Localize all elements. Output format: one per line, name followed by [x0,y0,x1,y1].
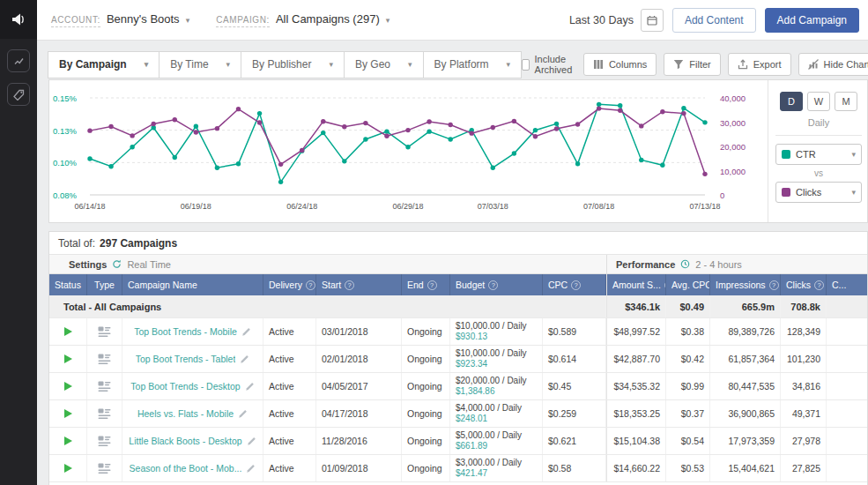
edit-icon[interactable] [245,382,255,392]
export-icon [738,59,748,70]
sidebar-item-campaigns[interactable] [7,83,30,106]
granularity-m-button[interactable]: M [835,92,857,111]
column-header-avg-cpc[interactable]: Avg. CPC? [666,274,710,295]
campaign-name-cell: Season of the Boot - Mob... [122,455,263,481]
column-header-delivery[interactable]: Delivery? [263,274,316,295]
delivery-cell: Active [263,428,316,454]
total-amount-spent: $346.1k [606,295,666,317]
tab-by-campaign[interactable]: By Campaign▾ [48,51,160,78]
info-icon[interactable]: ? [345,280,354,290]
budget-cell: $5,000.00 / Daily $661.89 [450,428,543,454]
account-selector[interactable]: ACCOUNT: Benny's Boots ▾ [51,12,189,27]
column-header-start[interactable]: Start? [316,274,402,295]
sidebar-item-reports[interactable] [7,49,30,72]
column-header-status[interactable]: Status [49,274,87,295]
granularity-d-button[interactable]: D [780,92,803,111]
column-header-budget[interactable]: Budget? [450,274,543,295]
play-icon[interactable] [64,354,72,363]
column-header-impressions[interactable]: Impressions? [710,274,781,295]
chevron-down-icon: ▾ [186,16,190,25]
filter-button[interactable]: Filter [664,53,720,76]
info-icon[interactable]: ? [814,280,824,290]
logo-icon [10,11,27,28]
edit-icon[interactable] [240,354,249,364]
table-body: Top Boot Trends - Mobile Active 03/01/20… [49,318,867,482]
delivery-cell: Active [263,346,316,372]
budget-value: $20,000.00 / Daily [456,376,527,387]
column-header-cpc[interactable]: CPC? [543,274,606,295]
column-header-campaign-name[interactable]: Campaign Name [122,274,263,295]
budget-cell: $4,000.00 / Daily $248.01 [450,400,543,427]
tab-label: By Geo [355,58,390,71]
total-avg-cpc: $0.49 [666,295,710,317]
campaign-name-link[interactable]: Season of the Boot - Mob... [130,463,242,474]
campaign-name-cell: Top Boot Trends - Mobile [122,318,263,345]
metric-1-select[interactable]: CTR ▾ [775,144,862,165]
performance-latency: 2 - 4 hours [695,259,742,270]
clicks-cell: 27,825 [781,455,827,481]
granularity-w-button[interactable]: W [807,92,830,111]
chevron-down-icon: ▾ [851,188,856,197]
play-icon[interactable] [64,409,72,418]
app-logo[interactable] [0,0,37,39]
hide-chart-button[interactable]: Hide Chart [798,53,868,76]
status-cell [49,318,87,345]
tab-by-publisher[interactable]: By Publisher▾ [241,51,345,78]
column-header-c[interactable]: C... [827,274,868,295]
budget-cell: $10,000.00 / Daily $923.34 [450,346,543,372]
budget-value: $4,000.00 / Daily [456,403,522,414]
total-row-label: Total - All Campaigns [49,295,606,317]
info-icon[interactable]: ? [427,280,437,290]
campaign-name-link[interactable]: Top Boot Trends - Desktop [130,381,240,392]
campaign-name-link[interactable]: Heels vs. Flats - Mobile [137,408,234,419]
edit-icon[interactable] [238,409,248,419]
columns-button[interactable]: Columns [583,53,657,76]
extra-cell [827,318,868,345]
settings-group: Settings Real Time [49,259,171,270]
edit-icon[interactable] [246,464,256,474]
avg-cpc-cell: $0.54 [666,428,710,454]
filter-label: Filter [689,59,710,70]
add-content-button[interactable]: Add Content [672,8,756,33]
info-icon[interactable]: ? [571,280,581,290]
edit-icon[interactable] [247,436,256,446]
metric-1-swatch [782,150,790,159]
export-button[interactable]: Export [728,53,791,76]
chart-right-axis: 40,00030,00020,00010,0000 [716,94,760,204]
calendar-button[interactable] [641,9,664,32]
amount-spent-cell: $14,660.22 [606,455,666,481]
column-header-end[interactable]: End? [402,274,450,295]
campaign-name-link[interactable]: Top Boot Trends - Tablet [136,354,236,364]
column-header-type[interactable]: Type [87,274,122,295]
content-type-icon [98,463,111,474]
metric-2-select[interactable]: Clicks ▾ [775,182,862,203]
column-header-clicks[interactable]: Clicks? [781,274,827,295]
info-icon[interactable]: ? [488,280,498,290]
date-range-picker[interactable]: Last 30 Days [569,9,664,32]
summary-label: Total of: [58,237,95,250]
info-icon[interactable]: ? [769,280,779,290]
column-header-amount-s[interactable]: Amount S...? [606,274,666,295]
column-group-bar: Settings Real Time Performance 2 - 4 hou… [49,255,867,274]
campaign-selector[interactable]: CAMPAIGN: All Campaigns (297) ▾ [216,12,389,27]
campaign-name-link[interactable]: Top Boot Trends - Mobile [134,326,237,337]
campaign-name-link[interactable]: Little Black Boots - Desktop [129,436,241,446]
include-archived-checkbox[interactable] [522,59,529,71]
tab-by-platform[interactable]: By Platform▾ [423,51,523,78]
tab-by-time[interactable]: By Time▾ [159,51,241,78]
daily-spent-value: $1,384.86 [456,386,495,398]
play-icon[interactable] [64,436,72,445]
start-date-cell: 03/01/2018 [316,318,402,345]
account-label: ACCOUNT: [51,15,100,27]
play-icon[interactable] [64,327,72,336]
export-label: Export [753,59,782,70]
include-archived-toggle[interactable]: Include Archived [522,54,576,75]
add-campaign-button[interactable]: Add Campaign [765,8,859,33]
clicks-cell: 49,371 [781,400,827,427]
campaign-label: CAMPAIGN: [216,15,270,27]
play-icon[interactable] [64,464,72,473]
tab-by-geo[interactable]: By Geo▾ [344,51,424,78]
info-icon[interactable]: ? [306,280,315,290]
play-icon[interactable] [64,382,72,391]
edit-icon[interactable] [241,327,251,337]
